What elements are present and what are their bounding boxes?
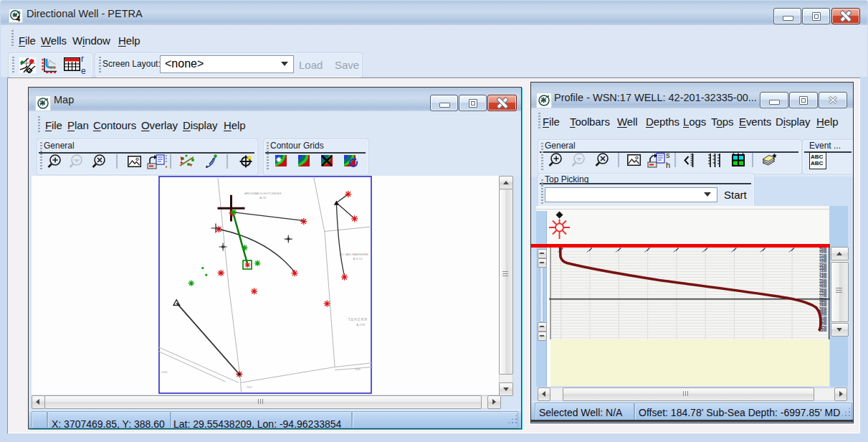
svg-text:205: 205 [355,367,361,371]
svg-text:A-278: A-278 [356,323,365,326]
svg-text:A-31: A-31 [259,196,267,199]
svg-text:s: s [666,152,670,159]
svg-text:207: 207 [247,385,252,389]
svg-text:h: h [666,161,670,169]
svg-text:ARCHIBALD HOTCHKISS: ARCHIBALD HOTCHKISS [244,192,282,195]
svg-text:T.& N.O.R.R: T.& N.O.R.R [348,318,368,321]
svg-text:4: 4 [16,15,21,23]
svg-text:LO VAN HAMSHIRE: LO VAN HAMSHIRE [340,253,368,256]
svg-text:-625: -625 [161,370,168,374]
svg-text:A-5 10: A-5 10 [353,257,363,260]
